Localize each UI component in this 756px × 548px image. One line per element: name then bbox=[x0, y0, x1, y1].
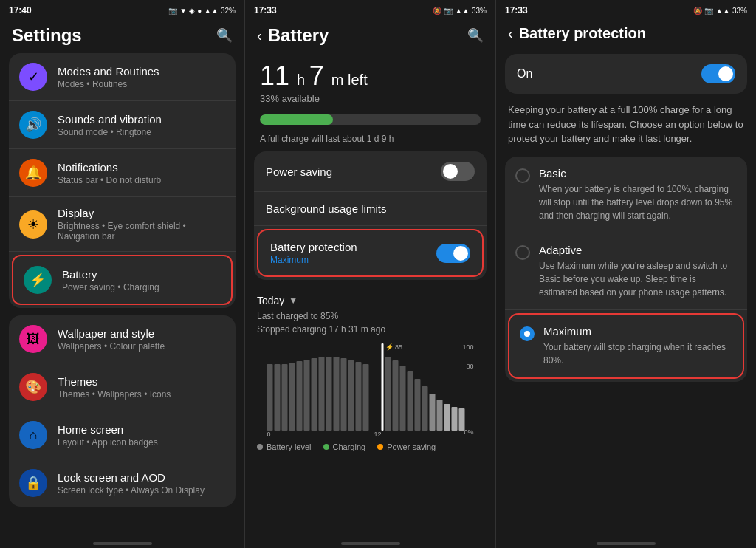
battery-time-display: 11 h 7 m left 33% available bbox=[245, 53, 495, 109]
protection-panel: 17:33 🔕 📷 ▲▲ 33% ‹ Battery protection On… bbox=[496, 0, 756, 548]
sounds-icon: 🔊 bbox=[19, 111, 47, 139]
option-maximum-desc: Your battery will stop charging when it … bbox=[543, 340, 732, 367]
modes-title: Modes and Routines bbox=[58, 65, 225, 78]
sidebar-item-notifications[interactable]: 🔔 Notifications Status bar • Do not dist… bbox=[9, 149, 236, 197]
sidebar-item-modes[interactable]: ✓ Modes and Routines Modes • Routines bbox=[9, 53, 236, 101]
chart-sub-info: Last charged to 85% Stopped charging 17 … bbox=[257, 309, 484, 336]
settings-panel: 17:40 📷 ▼ ◈ ● ▲▲ 32% Settings 🔍 ✓ Modes … bbox=[0, 0, 245, 548]
protection-description: Keeping your battery at a full 100% char… bbox=[496, 103, 756, 157]
protection-options-list: Basic When your battery is charged to 10… bbox=[505, 157, 747, 382]
nav-hint-1 bbox=[93, 542, 152, 545]
settings-list: ✓ Modes and Routines Modes • Routines 🔊 … bbox=[0, 53, 244, 536]
settings-group-1: ✓ Modes and Routines Modes • Routines 🔊 … bbox=[9, 53, 236, 308]
status-bar-1: 17:40 📷 ▼ ◈ ● ▲▲ 32% bbox=[0, 0, 244, 19]
protection-master-toggle[interactable] bbox=[701, 64, 735, 83]
modes-sub: Modes • Routines bbox=[58, 79, 225, 89]
protection-on-label: On bbox=[517, 67, 532, 81]
battery-search-icon[interactable]: 🔍 bbox=[467, 27, 484, 44]
sounds-sub: Sound mode • Ringtone bbox=[58, 127, 225, 137]
chart-legend: Battery level Charging Power saving bbox=[257, 442, 484, 451]
svg-rect-28 bbox=[437, 400, 443, 431]
svg-rect-24 bbox=[408, 371, 413, 431]
svg-rect-13 bbox=[319, 357, 325, 431]
power-saving-row[interactable]: Power saving bbox=[254, 151, 487, 192]
battery-bar bbox=[260, 114, 481, 125]
battery-scroll: 11 h 7 m left 33% available A full charg… bbox=[245, 53, 495, 536]
sidebar-item-battery[interactable]: ⚡ Battery Power saving • Charging bbox=[12, 255, 233, 305]
option-basic[interactable]: Basic When your battery is charged to 10… bbox=[505, 157, 747, 233]
battery-protection-toggle[interactable] bbox=[436, 244, 470, 263]
chart-dropdown-icon[interactable]: ▼ bbox=[289, 295, 298, 306]
power-saving-toggle[interactable] bbox=[441, 162, 475, 181]
settings-title: Settings bbox=[12, 25, 82, 46]
legend-battery-dot bbox=[257, 444, 263, 450]
svg-rect-18 bbox=[356, 362, 362, 431]
battery-back-arrow[interactable]: ‹ bbox=[257, 27, 262, 44]
lockscreen-title: Lock screen and AOD bbox=[58, 471, 225, 484]
notifications-icon: 🔔 bbox=[19, 159, 47, 187]
svg-rect-7 bbox=[275, 364, 281, 431]
svg-rect-22 bbox=[393, 360, 399, 431]
svg-rect-26 bbox=[422, 386, 428, 431]
radio-maximum-inner bbox=[524, 331, 530, 337]
protection-back-arrow[interactable]: ‹ bbox=[508, 25, 513, 42]
sidebar-item-wallpaper[interactable]: 🖼 Wallpaper and style Wallpapers • Colou… bbox=[9, 315, 236, 363]
sidebar-item-lockscreen[interactable]: 🔒 Lock screen and AOD Screen lock type •… bbox=[9, 459, 236, 507]
lockscreen-icon: 🔒 bbox=[19, 469, 47, 497]
battery-protection-row[interactable]: Battery protection Maximum bbox=[257, 229, 484, 277]
modes-icon: ✓ bbox=[19, 63, 47, 91]
sidebar-item-display[interactable]: ☀ Display Brightness • Eye comfort shiel… bbox=[9, 197, 236, 252]
settings-search-icon[interactable]: 🔍 bbox=[216, 27, 233, 44]
status-icons-1: 📷 ▼ ◈ ● ▲▲ 32% bbox=[168, 7, 236, 15]
svg-rect-17 bbox=[348, 360, 354, 431]
power-saving-knob bbox=[443, 164, 458, 179]
svg-rect-11 bbox=[304, 360, 310, 431]
wallpaper-icon: 🖼 bbox=[19, 325, 47, 353]
sidebar-item-themes[interactable]: 🎨 Themes Themes • Wallpapers • Icons bbox=[9, 363, 236, 411]
battery-title: Battery bbox=[268, 25, 329, 46]
battery-panel: 17:33 🔕 📷 ▲▲ 33% ‹ Battery 🔍 11 h 7 m le… bbox=[245, 0, 496, 548]
svg-rect-21 bbox=[385, 357, 391, 431]
protection-on-toggle-row[interactable]: On bbox=[505, 54, 747, 94]
svg-rect-27 bbox=[430, 394, 436, 431]
status-time-3: 17:33 bbox=[505, 5, 528, 16]
status-bar-2: 17:33 🔕 📷 ▲▲ 33% bbox=[245, 0, 495, 19]
homescreen-sub: Layout • App icon badges bbox=[58, 437, 225, 448]
radio-adaptive[interactable] bbox=[515, 245, 530, 260]
homescreen-icon: ⌂ bbox=[19, 421, 47, 449]
display-sub: Brightness • Eye comfort shield • Naviga… bbox=[58, 221, 225, 242]
legend-charging: Charging bbox=[323, 442, 366, 451]
display-icon: ☀ bbox=[19, 210, 47, 239]
svg-rect-16 bbox=[341, 358, 347, 431]
status-time-1: 17:40 bbox=[9, 5, 32, 16]
svg-rect-10 bbox=[297, 361, 303, 431]
sidebar-item-homescreen[interactable]: ⌂ Home screen Layout • App icon badges bbox=[9, 411, 236, 459]
battery-bar-fill bbox=[260, 114, 333, 125]
legend-charging-dot bbox=[323, 444, 329, 450]
svg-text:⚡ 85: ⚡ 85 bbox=[385, 343, 403, 352]
legend-powersave-dot bbox=[377, 444, 383, 450]
option-maximum[interactable]: Maximum Your battery will stop charging … bbox=[508, 313, 744, 379]
sidebar-item-sounds[interactable]: 🔊 Sounds and vibration Sound mode • Ring… bbox=[9, 101, 236, 149]
status-icons-2: 🔕 📷 ▲▲ 33% bbox=[433, 7, 487, 15]
legend-battery-level: Battery level bbox=[257, 442, 312, 451]
protection-master-knob bbox=[718, 66, 733, 81]
option-basic-desc: When your battery is charged to 100%, ch… bbox=[539, 182, 737, 222]
svg-rect-20 bbox=[382, 343, 384, 431]
svg-text:12: 12 bbox=[374, 431, 382, 438]
svg-rect-29 bbox=[444, 404, 450, 431]
settings-group-2: 🖼 Wallpaper and style Wallpapers • Colou… bbox=[9, 315, 236, 507]
lockscreen-sub: Screen lock type • Always On Display bbox=[58, 485, 225, 496]
protection-title: Battery protection bbox=[519, 25, 646, 42]
background-limits-row[interactable]: Background usage limits bbox=[254, 192, 487, 226]
battery-icon: ⚡ bbox=[24, 266, 52, 294]
battery-available: 33% available bbox=[260, 93, 481, 104]
option-adaptive-desc: Use Maximum while you're asleep and swit… bbox=[539, 259, 737, 299]
svg-rect-6 bbox=[267, 364, 273, 431]
radio-basic[interactable] bbox=[515, 168, 530, 183]
radio-maximum[interactable] bbox=[520, 326, 535, 341]
svg-rect-23 bbox=[400, 366, 406, 431]
svg-rect-15 bbox=[334, 357, 340, 431]
battery-protection-sub: Maximum bbox=[270, 255, 357, 265]
option-adaptive[interactable]: Adaptive Use Maximum while you're asleep… bbox=[505, 233, 747, 310]
